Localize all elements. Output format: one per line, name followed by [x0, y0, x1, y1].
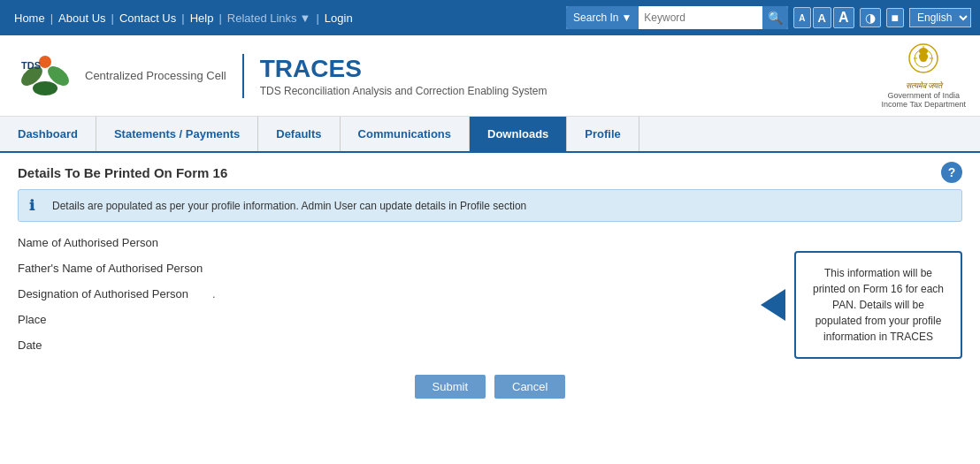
label-father-name: Father's Name of Authorised Person	[18, 262, 212, 275]
govt-line1: Government of India	[882, 91, 966, 100]
svg-rect-9	[919, 54, 928, 59]
nav-dashboard[interactable]: Dashboard	[0, 117, 96, 151]
nav-profile[interactable]: Profile	[567, 117, 639, 151]
search-in-button[interactable]: Search In ▼	[566, 6, 639, 29]
logo-divider	[242, 54, 244, 98]
label-place: Place	[18, 313, 212, 326]
contact-link[interactable]: Contact Us	[114, 11, 181, 25]
label-designation: Designation of Authorised Person	[18, 287, 212, 300]
font-size-controls: A A A	[793, 7, 854, 28]
top-navigation: Home | About Us | Contact Us | Help | Re…	[0, 0, 980, 35]
tooltip-text: This information will be printed on Form…	[813, 267, 944, 343]
logo-area: TDS Centralized Processing Cell TRACES T…	[14, 51, 547, 100]
font-medium-button[interactable]: A	[813, 7, 831, 28]
info-banner-text: Details are populated as per your profil…	[52, 200, 526, 212]
main-navigation: Dashboard Statements / Payments Defaults…	[0, 117, 980, 153]
satyameva-text: सत्यमेव जयते	[882, 81, 966, 91]
form-row-name: Name of Authorised Person	[18, 236, 734, 249]
left-arrow-icon	[761, 289, 785, 321]
search-icon: 🔍	[768, 11, 783, 25]
svg-text:TDS: TDS	[21, 60, 41, 71]
top-nav-links: Home | About Us | Contact Us | Help | Re…	[9, 11, 358, 25]
search-go-button[interactable]: 🔍	[762, 6, 788, 29]
submit-button[interactable]: Submit	[415, 375, 486, 399]
form-area: Name of Authorised Person Father's Name …	[18, 236, 962, 364]
arrow-container	[761, 289, 785, 321]
language-select[interactable]: English	[909, 8, 971, 27]
govt-line2: Income Tax Department	[882, 100, 966, 109]
login-link[interactable]: Login	[319, 11, 358, 25]
nav-downloads[interactable]: Downloads	[470, 117, 567, 151]
contrast-icon: ◑	[865, 11, 876, 25]
about-link[interactable]: About Us	[53, 11, 111, 25]
info-banner: ℹ Details are populated as per your prof…	[18, 189, 962, 222]
label-date: Date	[18, 338, 212, 352]
logo-text-area: Centralized Processing Cell	[85, 69, 226, 82]
help-button[interactable]: ?	[941, 162, 962, 183]
label-authorised-name: Name of Authorised Person	[18, 236, 212, 249]
theme-button[interactable]: ■	[886, 8, 904, 27]
ashoka-emblem	[905, 42, 942, 80]
form-row-place: Place	[18, 313, 734, 326]
font-small-button[interactable]: A	[793, 7, 810, 28]
theme-icon: ■	[892, 11, 899, 25]
main-content: ? Details To Be Printed On Form 16 ℹ Det…	[0, 153, 980, 416]
logo-subtext: Centralized Processing Cell	[85, 69, 226, 82]
tds-logo: TDS	[14, 51, 76, 100]
traces-title: TRACES	[260, 55, 547, 83]
form-row-date: Date	[18, 338, 734, 352]
tooltip-box: This information will be printed on Form…	[794, 251, 962, 359]
form-row-father: Father's Name of Authorised Person	[18, 262, 734, 275]
svg-point-3	[39, 56, 51, 68]
nav-communications[interactable]: Communications	[341, 117, 470, 151]
search-input[interactable]	[639, 8, 762, 27]
nav-defaults[interactable]: Defaults	[258, 117, 340, 151]
home-link[interactable]: Home	[9, 11, 50, 25]
dropdown-icon: ▼	[300, 11, 311, 25]
site-header: TDS Centralized Processing Cell TRACES T…	[0, 35, 980, 117]
value-designation: .	[212, 287, 216, 300]
svg-point-2	[33, 81, 57, 95]
help-link[interactable]: Help	[185, 11, 219, 25]
top-nav-right: Search In ▼ 🔍 A A A ◑ ■ English	[566, 6, 971, 29]
form-row-designation: Designation of Authorised Person .	[18, 287, 734, 300]
button-row: Submit Cancel	[18, 364, 962, 404]
traces-info: TRACES TDS Reconciliation Analysis and C…	[260, 55, 547, 97]
section-title: Details To Be Printed On Form 16	[18, 165, 962, 180]
form-fields: Name of Authorised Person Father's Name …	[18, 236, 734, 364]
related-links[interactable]: Related Links ▼	[222, 11, 317, 25]
traces-subtitle: TDS Reconciliation Analysis and Correcti…	[260, 85, 547, 97]
govt-logo: सत्यमेव जयते Government of India Income …	[882, 42, 966, 109]
cancel-button[interactable]: Cancel	[494, 375, 565, 399]
contrast-button[interactable]: ◑	[860, 8, 881, 27]
nav-statements[interactable]: Statements / Payments	[96, 117, 258, 151]
search-dropdown-icon: ▼	[621, 11, 632, 24]
search-box: Search In ▼ 🔍	[566, 6, 788, 29]
info-icon: ℹ	[29, 197, 45, 214]
font-large-button[interactable]: A	[833, 7, 854, 28]
tooltip-area: This information will be printed on Form…	[761, 245, 962, 364]
